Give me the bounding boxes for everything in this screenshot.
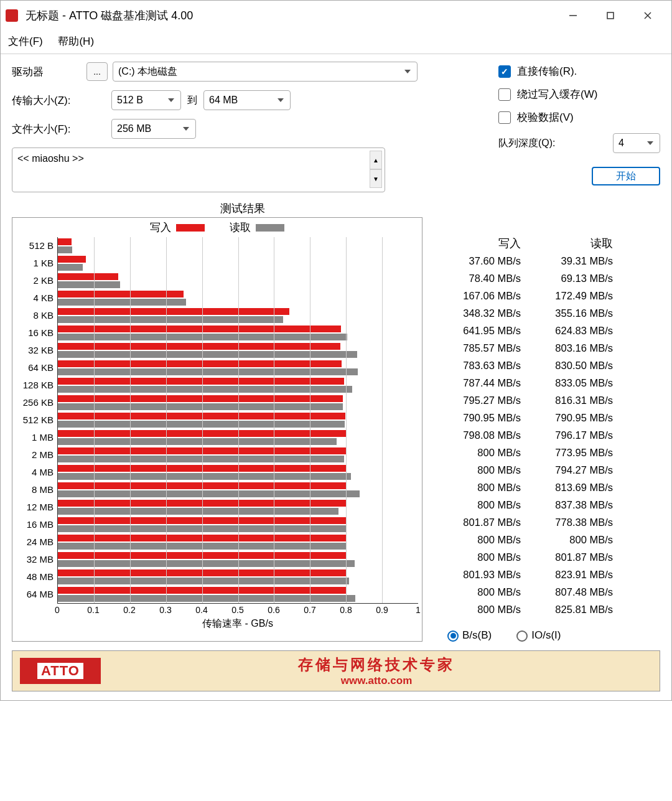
transfer-size-label: 传输大小(Z): <box>12 93 111 108</box>
direct-io-checkbox[interactable] <box>498 65 511 78</box>
chart-x-label: 传输速率 - GB/s <box>57 617 418 630</box>
bypass-cache-checkbox[interactable] <box>498 88 511 101</box>
drive-select[interactable]: (C:) 本地磁盘 <box>113 62 418 82</box>
window-title: 无标题 - ATTO 磁盘基准测试 4.00 <box>26 8 554 23</box>
read-bar <box>58 473 351 480</box>
read-bar <box>58 456 344 462</box>
read-bar <box>58 351 357 358</box>
write-bar <box>58 360 342 367</box>
table-row: 800 MB/s801.87 MB/s <box>429 548 615 566</box>
browse-button[interactable]: ... <box>86 62 108 81</box>
footer-text: 存储与网络技术专家 www.atto.com <box>101 655 652 687</box>
write-bar <box>58 256 86 263</box>
read-bar <box>58 403 343 410</box>
table-row: 801.87 MB/s778.38 MB/s <box>429 513 615 531</box>
chart: 写入 读取 512 B1 KB2 KB4 KB8 KB16 KB32 KB64 … <box>12 217 422 642</box>
chart-x-axis: 00.10.20.30.40.50.60.70.80.91 <box>57 605 418 616</box>
description-box[interactable]: << miaoshu >> ▲ ▼ <box>12 148 385 192</box>
table-row: 78.40 MB/s69.13 MB/s <box>429 269 615 287</box>
table-row: 800 MB/s825.81 MB/s <box>429 601 615 618</box>
transfer-from-select[interactable]: 512 B <box>111 90 181 110</box>
maximize-button[interactable] <box>592 1 629 30</box>
minimize-button[interactable] <box>554 1 592 30</box>
read-bar <box>58 264 83 271</box>
table-row: 167.06 MB/s172.49 MB/s <box>429 287 615 304</box>
to-label: 到 <box>187 94 197 107</box>
col-write: 写入 <box>429 236 521 251</box>
write-swatch <box>176 224 205 232</box>
radio-io[interactable]: IO/s(I) <box>516 629 561 642</box>
settings-area: 驱动器 ... (C:) 本地磁盘 传输大小(Z): 512 B 到 64 MB… <box>12 62 660 192</box>
queue-depth-label: 队列深度(Q): <box>498 137 613 150</box>
file-size-select[interactable]: 256 MB <box>111 119 196 139</box>
read-bar <box>58 368 358 375</box>
table-row: 800 MB/s837.38 MB/s <box>429 496 615 513</box>
radio-bytes[interactable]: B/s(B) <box>447 629 492 642</box>
table-row: 785.57 MB/s803.16 MB/s <box>429 339 615 357</box>
titlebar: 无标题 - ATTO 磁盘基准测试 4.00 <box>1 1 671 30</box>
footer-banner: ATTO 存储与网络技术专家 www.atto.com <box>12 650 660 691</box>
start-button[interactable]: 开始 <box>592 167 660 185</box>
write-bar <box>58 238 72 245</box>
results-table: 写入 读取 37.60 MB/s39.31 MB/s78.40 MB/s69.1… <box>429 217 615 642</box>
menubar: 文件(F) 帮助(H) <box>1 30 671 54</box>
read-bar <box>58 421 345 428</box>
write-bar <box>58 308 289 315</box>
menu-help[interactable]: 帮助(H) <box>58 35 94 47</box>
drive-label: 驱动器 <box>12 65 86 79</box>
read-bar <box>58 316 283 323</box>
table-row: 787.44 MB/s833.05 MB/s <box>429 374 615 391</box>
read-bar <box>58 508 338 515</box>
read-bar <box>58 578 349 584</box>
app-window: 无标题 - ATTO 磁盘基准测试 4.00 文件(F) 帮助(H) 驱动器 .… <box>0 0 672 701</box>
results-rows: 37.60 MB/s39.31 MB/s78.40 MB/s69.13 MB/s… <box>429 252 615 618</box>
desc-spinner: ▲ ▼ <box>370 151 382 188</box>
content: 驱动器 ... (C:) 本地磁盘 传输大小(Z): 512 B 到 64 MB… <box>1 54 671 700</box>
write-bar <box>58 395 343 402</box>
spinner-up-icon[interactable]: ▲ <box>370 151 382 169</box>
write-bar <box>58 326 341 332</box>
verify-data-checkbox[interactable] <box>498 111 511 124</box>
write-bar <box>58 291 184 297</box>
table-row: 790.95 MB/s790.95 MB/s <box>429 409 615 426</box>
table-row: 795.27 MB/s816.31 MB/s <box>429 391 615 409</box>
table-row: 800 MB/s773.95 MB/s <box>429 444 615 461</box>
read-bar <box>58 438 337 445</box>
col-read: 读取 <box>521 236 613 251</box>
chart-legend: 写入 读取 <box>16 220 418 235</box>
transfer-to-select[interactable]: 64 MB <box>203 90 291 110</box>
read-bar <box>58 490 360 497</box>
read-bar <box>58 246 72 253</box>
unit-radio-group: B/s(B) IO/s(I) <box>429 629 615 642</box>
table-row: 801.93 MB/s823.91 MB/s <box>429 566 615 583</box>
write-bar <box>58 273 118 280</box>
window-controls <box>554 1 666 30</box>
table-row: 37.60 MB/s39.31 MB/s <box>429 252 615 269</box>
read-bar <box>58 299 186 306</box>
read-bar <box>58 281 120 288</box>
close-button[interactable] <box>629 1 666 30</box>
read-bar <box>58 386 352 393</box>
chart-y-labels: 512 B1 KB2 KB4 KB8 KB16 KB32 KB64 KB128 … <box>16 237 57 604</box>
atto-logo: ATTO <box>20 658 101 684</box>
results-area: 测试结果 写入 读取 512 B1 KB2 KB4 KB8 KB16 KB32 … <box>12 201 660 642</box>
file-size-label: 文件大小(F): <box>12 122 111 136</box>
write-bar <box>58 343 340 350</box>
queue-depth-select[interactable]: 4 <box>613 133 660 153</box>
read-bar <box>58 595 355 602</box>
app-icon <box>6 9 18 22</box>
spinner-down-icon[interactable]: ▼ <box>370 169 382 188</box>
settings-right: 直接传输(R). 绕过写入缓存(W) 校验数据(V) 队列深度(Q): 4 开始 <box>498 62 660 192</box>
settings-left: 驱动器 ... (C:) 本地磁盘 传输大小(Z): 512 B 到 64 MB… <box>12 62 467 192</box>
results-title: 测试结果 <box>0 201 660 216</box>
read-swatch <box>256 224 284 232</box>
menu-file[interactable]: 文件(F) <box>8 35 43 47</box>
table-row: 800 MB/s800 MB/s <box>429 531 615 548</box>
table-row: 783.63 MB/s830.50 MB/s <box>429 357 615 374</box>
table-row: 798.08 MB/s796.17 MB/s <box>429 426 615 444</box>
table-row: 641.95 MB/s624.83 MB/s <box>429 322 615 339</box>
write-bar <box>58 378 344 385</box>
table-row: 800 MB/s807.48 MB/s <box>429 583 615 601</box>
table-row: 800 MB/s794.27 MB/s <box>429 461 615 479</box>
table-row: 800 MB/s813.69 MB/s <box>429 479 615 496</box>
